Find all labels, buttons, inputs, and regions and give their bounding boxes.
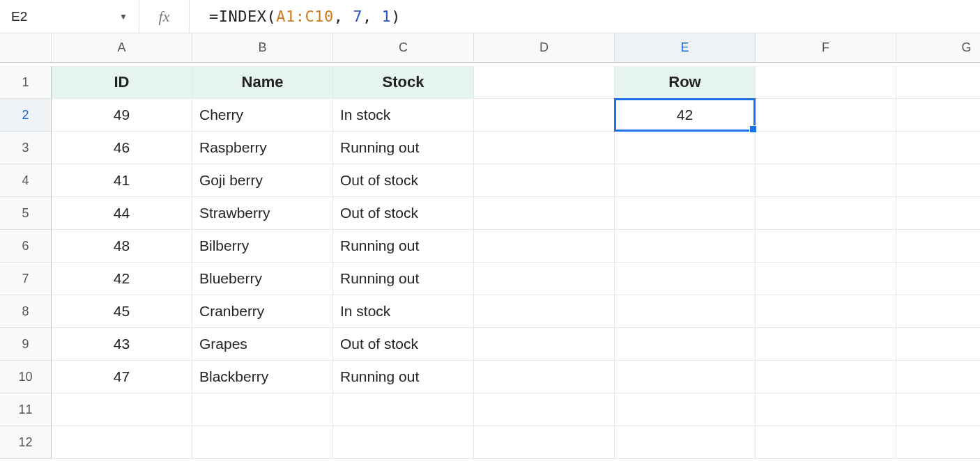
cell-G11[interactable] <box>896 393 980 426</box>
col-header-G[interactable]: G <box>896 33 980 63</box>
cell-E8[interactable] <box>615 295 756 328</box>
cell-E11[interactable] <box>615 393 756 426</box>
cell-A4[interactable]: 41 <box>52 164 192 197</box>
cell-A12[interactable] <box>52 426 192 459</box>
cell-A5[interactable]: 44 <box>52 197 192 230</box>
cell-B4[interactable]: Goji berry <box>192 164 333 197</box>
name-box[interactable]: E2 <box>10 9 115 24</box>
cell-F8[interactable] <box>756 295 896 328</box>
cell-A1[interactable]: ID <box>52 66 192 99</box>
cell-C6[interactable]: Running out <box>333 230 474 263</box>
row-header-5[interactable]: 5 <box>0 197 52 230</box>
cell-C10[interactable]: Running out <box>333 361 474 393</box>
cell-D3[interactable] <box>474 132 615 164</box>
cell-C9[interactable]: Out of stock <box>333 328 474 361</box>
spreadsheet-grid[interactable]: A B C D E F G 1 ID Name Stock Row 2 49 C… <box>0 33 980 459</box>
cell-F12[interactable] <box>756 426 896 459</box>
cell-B9[interactable]: Grapes <box>192 328 333 361</box>
cell-D10[interactable] <box>474 361 615 393</box>
cell-E6[interactable] <box>615 230 756 263</box>
row-header-12[interactable]: 12 <box>0 426 52 459</box>
cell-G4[interactable] <box>896 164 980 197</box>
col-header-B[interactable]: B <box>192 33 333 63</box>
name-box-dropdown-icon[interactable]: ▼ <box>115 12 132 22</box>
cell-B7[interactable]: Blueberry <box>192 263 333 295</box>
cell-G9[interactable] <box>896 328 980 361</box>
cell-A11[interactable] <box>52 393 192 426</box>
cell-B2[interactable]: Cherry <box>192 99 333 132</box>
cell-C3[interactable]: Running out <box>333 132 474 164</box>
cell-G7[interactable] <box>896 263 980 295</box>
cell-G3[interactable] <box>896 132 980 164</box>
cell-A7[interactable]: 42 <box>52 263 192 295</box>
col-header-E[interactable]: E <box>615 33 756 63</box>
cell-C2[interactable]: In stock <box>333 99 474 132</box>
row-header-9[interactable]: 9 <box>0 328 52 361</box>
fx-icon[interactable]: fx <box>139 0 190 33</box>
cell-E3[interactable] <box>615 132 756 164</box>
cell-C8[interactable]: In stock <box>333 295 474 328</box>
cell-C12[interactable] <box>333 426 474 459</box>
cell-C7[interactable]: Running out <box>333 263 474 295</box>
cell-F9[interactable] <box>756 328 896 361</box>
cell-G6[interactable] <box>896 230 980 263</box>
cell-B12[interactable] <box>192 426 333 459</box>
cell-D4[interactable] <box>474 164 615 197</box>
cell-A10[interactable]: 47 <box>52 361 192 393</box>
cell-E12[interactable] <box>615 426 756 459</box>
cell-E4[interactable] <box>615 164 756 197</box>
cell-E9[interactable] <box>615 328 756 361</box>
cell-A3[interactable]: 46 <box>52 132 192 164</box>
cell-B1[interactable]: Name <box>192 66 333 99</box>
col-header-C[interactable]: C <box>333 33 474 63</box>
cell-D8[interactable] <box>474 295 615 328</box>
row-header-6[interactable]: 6 <box>0 230 52 263</box>
cell-D5[interactable] <box>474 197 615 230</box>
cell-C4[interactable]: Out of stock <box>333 164 474 197</box>
row-header-1[interactable]: 1 <box>0 66 52 99</box>
cell-E5[interactable] <box>615 197 756 230</box>
cell-B3[interactable]: Raspberry <box>192 132 333 164</box>
cell-A9[interactable]: 43 <box>52 328 192 361</box>
cell-E10[interactable] <box>615 361 756 393</box>
cell-E1[interactable]: Row <box>615 66 756 99</box>
formula-input[interactable]: =INDEX(A1:C10, 7, 1) <box>190 8 980 25</box>
cell-F6[interactable] <box>756 230 896 263</box>
cell-D7[interactable] <box>474 263 615 295</box>
row-header-3[interactable]: 3 <box>0 132 52 164</box>
cell-B11[interactable] <box>192 393 333 426</box>
col-header-F[interactable]: F <box>756 33 896 63</box>
col-header-D[interactable]: D <box>474 33 615 63</box>
cell-C1[interactable]: Stock <box>333 66 474 99</box>
cell-G10[interactable] <box>896 361 980 393</box>
row-header-8[interactable]: 8 <box>0 295 52 328</box>
cell-A6[interactable]: 48 <box>52 230 192 263</box>
select-all-corner[interactable] <box>0 33 52 63</box>
cell-A2[interactable]: 49 <box>52 99 192 132</box>
cell-G2[interactable] <box>896 99 980 132</box>
cell-F10[interactable] <box>756 361 896 393</box>
cell-F2[interactable] <box>756 99 896 132</box>
cell-B6[interactable]: Bilberry <box>192 230 333 263</box>
cell-G12[interactable] <box>896 426 980 459</box>
cell-A8[interactable]: 45 <box>52 295 192 328</box>
cell-B8[interactable]: Cranberry <box>192 295 333 328</box>
cell-D9[interactable] <box>474 328 615 361</box>
cell-D11[interactable] <box>474 393 615 426</box>
col-header-A[interactable]: A <box>52 33 192 63</box>
row-header-11[interactable]: 11 <box>0 393 52 426</box>
cell-F5[interactable] <box>756 197 896 230</box>
cell-G8[interactable] <box>896 295 980 328</box>
cell-F3[interactable] <box>756 132 896 164</box>
cell-D1[interactable] <box>474 66 615 99</box>
cell-F1[interactable] <box>756 66 896 99</box>
cell-F4[interactable] <box>756 164 896 197</box>
cell-G5[interactable] <box>896 197 980 230</box>
row-header-2[interactable]: 2 <box>0 99 52 132</box>
cell-F11[interactable] <box>756 393 896 426</box>
cell-E2-selected[interactable]: 42 <box>614 98 756 132</box>
cell-C11[interactable] <box>333 393 474 426</box>
cell-E7[interactable] <box>615 263 756 295</box>
row-header-7[interactable]: 7 <box>0 263 52 295</box>
cell-B5[interactable]: Strawberry <box>192 197 333 230</box>
